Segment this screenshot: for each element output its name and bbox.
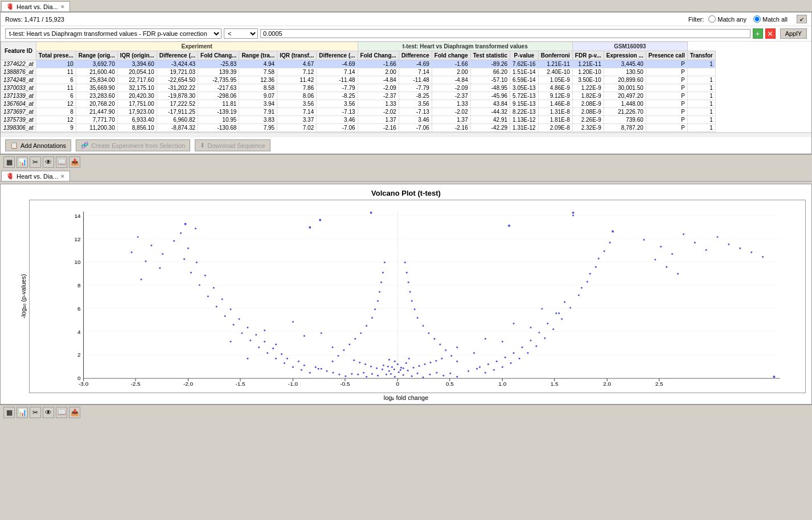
table-cell: P	[646, 100, 687, 108]
chart-icon[interactable]: 📊	[17, 156, 28, 168]
export-icon[interactable]: 📤	[69, 156, 80, 168]
svg-point-161	[428, 332, 429, 334]
table-cell: 21,600.40	[76, 68, 117, 76]
view-icon-2[interactable]: 👁	[43, 407, 54, 418]
table-cell: 1.33	[358, 100, 399, 108]
table-cell: -45.96	[470, 92, 510, 100]
tab-close-1[interactable]: ✕	[60, 4, 65, 10]
tab-icon-1: 🫀	[6, 3, 14, 10]
table-row[interactable]: 1398306_at911,200.308,856.10-8,874.32-13…	[1, 124, 716, 132]
svg-point-209	[435, 360, 437, 362]
table-cell: -2.09	[432, 84, 470, 92]
svg-point-48	[371, 373, 373, 375]
table-cell: 10.95	[198, 116, 239, 124]
svg-point-220	[473, 352, 475, 354]
svg-point-116	[527, 352, 528, 354]
svg-point-217	[264, 329, 265, 331]
svg-point-227	[541, 308, 543, 309]
svg-text:-3.0: -3.0	[79, 381, 89, 387]
remove-filter-button[interactable]: ✕	[765, 28, 776, 39]
svg-point-139	[589, 273, 591, 275]
top-panel: Rows: 1,471 / 15,923 Filter: Match any M…	[0, 12, 812, 154]
table-row[interactable]: 1375739_at127,771.706,933.406,960.8210.9…	[1, 116, 716, 124]
export-icon-2[interactable]: 📤	[69, 407, 80, 418]
download-sequence-button[interactable]: ⬇ Download Sequence	[195, 139, 270, 151]
create-experiment-icon: 🧬	[81, 142, 89, 149]
svg-point-221	[501, 341, 503, 342]
table-row[interactable]: 1367604_at1220,768.2017,751.0017,222.521…	[1, 100, 716, 108]
svg-text:10: 10	[74, 259, 81, 265]
horizontal-scrollbar[interactable]	[1, 133, 811, 137]
tab-close-2[interactable]: ✕	[60, 174, 65, 179]
table-cell: P	[646, 108, 687, 116]
svg-point-146	[354, 338, 356, 340]
svg-point-152	[379, 291, 380, 293]
view-icon[interactable]: 👁	[43, 156, 54, 168]
tab-icon-2: 🫀	[6, 172, 14, 180]
svg-point-132	[521, 346, 523, 348]
svg-point-43	[377, 375, 379, 377]
match-all-option[interactable]: Match all	[753, 15, 788, 23]
svg-point-199	[407, 370, 408, 372]
svg-point-194	[390, 373, 392, 375]
filter-select[interactable]: t-test: Heart vs Diaphragm transformed v…	[5, 28, 222, 39]
match-any-option[interactable]: Match any	[708, 15, 747, 23]
svg-point-71	[383, 365, 384, 366]
table-row[interactable]: 1373697_at821,447.9017,923.00-17,911.25-…	[1, 108, 716, 116]
svg-point-78	[284, 362, 285, 364]
table-cell: 1	[687, 100, 715, 108]
table-cell: 3.56	[277, 100, 317, 108]
filter-operator[interactable]: < > =	[224, 28, 258, 39]
table-cell: 7.02	[277, 124, 317, 132]
svg-point-164	[413, 308, 415, 310]
table-row[interactable]: 1374622_at103,692.703,394.60-3,424.43-25…	[1, 60, 716, 68]
tab-heart-dia-1[interactable]: 🫀 Heart vs. Dia... ✕	[1, 1, 70, 11]
table-cell: 20,497.20	[604, 92, 646, 100]
svg-point-169	[404, 262, 405, 263]
match-all-radio[interactable]	[753, 15, 761, 23]
chart-icon-2[interactable]: 📊	[17, 407, 28, 418]
collapse-button[interactable]: ↙	[797, 15, 807, 23]
book-icon[interactable]: 📖	[56, 156, 67, 168]
scissors-icon-2[interactable]: ✂	[30, 407, 41, 418]
svg-point-211	[441, 358, 442, 360]
add-filter-button[interactable]: +	[753, 28, 763, 39]
svg-point-62	[332, 372, 334, 374]
svg-point-175	[159, 267, 161, 269]
create-experiment-button[interactable]: 🧬 Create Experiment from Selection	[76, 139, 190, 151]
table-cell: 20,768.20	[76, 100, 117, 108]
tab-heart-dia-2[interactable]: 🫀 Heart vs. Dia... ✕	[1, 171, 70, 181]
table-cell: 11	[36, 84, 76, 92]
add-annotations-button[interactable]: 📋 Add Annotations	[5, 139, 71, 151]
table-cell: -48.95	[470, 84, 510, 92]
svg-point-140	[597, 258, 599, 259]
svg-point-208	[359, 362, 360, 364]
table-row[interactable]: 1370033_at1135,669.9032,175.10-31,202.22…	[1, 84, 716, 92]
scissors-icon[interactable]: ✂	[30, 156, 41, 168]
grid-icon[interactable]: ▦	[3, 156, 15, 168]
table-cell: P	[646, 68, 687, 76]
table-row[interactable]: 1374248_at625,834.0022,717.60-22,654.50-…	[1, 76, 716, 84]
svg-point-60	[338, 374, 340, 375]
download-icon: ⬇	[200, 142, 205, 149]
col-fold-change: Fold change	[432, 51, 470, 60]
book-icon-2[interactable]: 📖	[56, 407, 67, 418]
svg-point-135	[547, 323, 548, 324]
table-cell: 32,175.10	[117, 84, 157, 92]
table-cell: -4.69	[399, 60, 432, 68]
match-any-radio[interactable]	[708, 15, 716, 23]
table-row[interactable]: 1388876_at1121,600.4020,054.1019,721.031…	[1, 68, 716, 76]
svg-point-203	[418, 365, 420, 367]
grid-icon-2[interactable]: ▦	[3, 407, 15, 418]
svg-point-114	[510, 362, 511, 364]
svg-point-212	[247, 358, 248, 360]
filter-value-input[interactable]	[260, 29, 751, 38]
svg-point-200	[382, 369, 383, 370]
svg-point-113	[501, 366, 503, 368]
table-row[interactable]: 1371339_at623,283.6020,420.30-19,878.30-…	[1, 92, 716, 100]
tab-label-1: Heart vs. Dia...	[17, 3, 58, 10]
table-cell: -2,735.95	[198, 76, 239, 84]
action-bar: 📋 Add Annotations 🧬 Create Experiment fr…	[1, 137, 811, 154]
apply-button[interactable]: ApplY	[780, 28, 807, 39]
table-cell: 1.33	[432, 100, 470, 108]
